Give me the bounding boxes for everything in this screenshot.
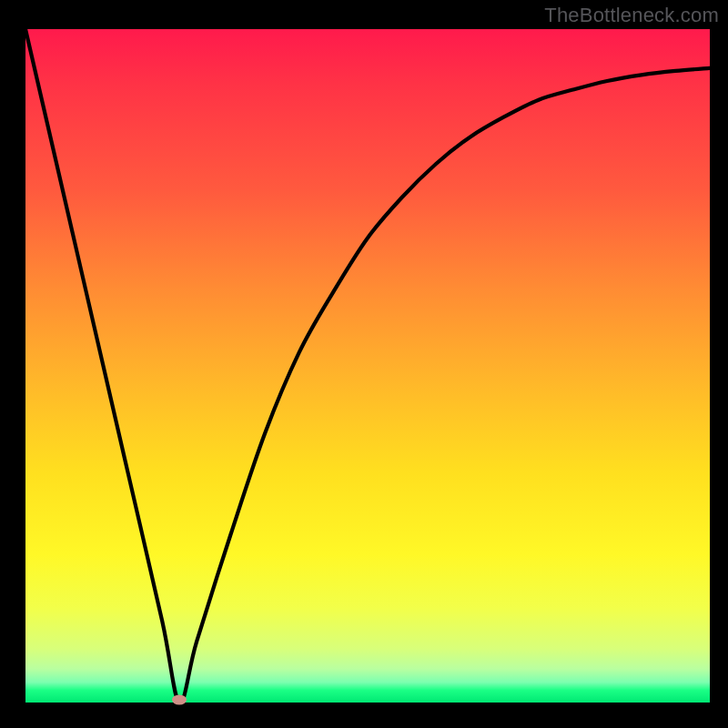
chart-frame: TheBottleneck.com bbox=[0, 0, 728, 728]
plot-area bbox=[25, 29, 710, 703]
bottleneck-curve-path bbox=[25, 29, 710, 703]
minimum-marker bbox=[172, 695, 187, 705]
watermark-text: TheBottleneck.com bbox=[544, 4, 719, 27]
curve-svg bbox=[25, 29, 710, 703]
